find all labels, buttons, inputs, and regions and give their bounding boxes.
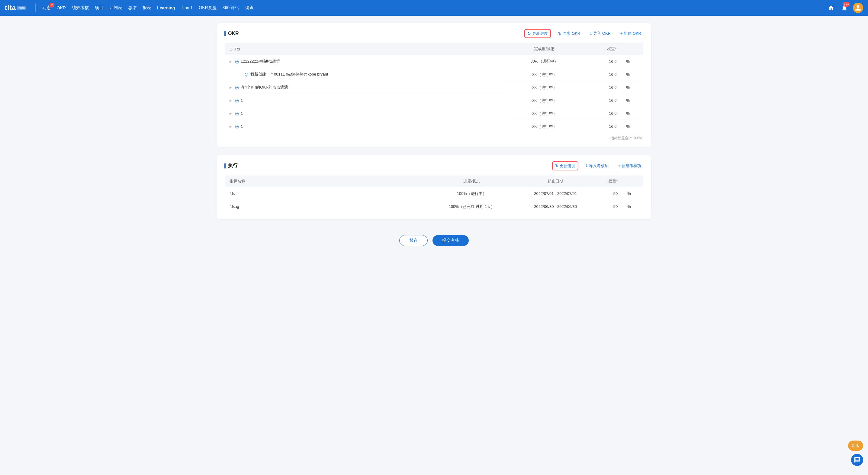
okr-row-name-cell: ▶ ◎ 有4个KR的OKR的点点滴滴	[225, 81, 511, 94]
okr-sync-button[interactable]: ↻ 同步 OKR	[556, 30, 583, 37]
okr-row-name-cell: ▶ ◎ 1	[225, 120, 511, 132]
nav-item-dongtai[interactable]: 动态 2	[39, 4, 54, 12]
logo[interactable]: tita.com	[5, 4, 26, 12]
okr-pct-cell: %	[621, 55, 643, 68]
nav-item-report[interactable]: 报表	[140, 4, 154, 12]
notification-badge: 99+	[843, 2, 850, 7]
okr-goal-icon: ◎	[235, 85, 239, 90]
nav-item-project[interactable]: 项目	[92, 4, 106, 12]
submit-button[interactable]: 提交考核	[433, 235, 469, 246]
exec-new-button[interactable]: + 新建考核项	[616, 162, 644, 170]
save-button[interactable]: 暂存	[399, 235, 428, 246]
exec-update-progress-button[interactable]: ↻ 更新进度	[552, 161, 578, 171]
exec-col-name: 指标名称	[225, 175, 434, 187]
okr-name[interactable]: 有4个KR的OKR的点点滴滴	[241, 85, 288, 90]
exec-col-dates: 起止日期	[509, 175, 601, 187]
expand-arrow[interactable]: ▶	[229, 112, 233, 115]
exec-weight-cell: 50	[601, 187, 622, 200]
okr-completion-cell: 0%（进行中）	[511, 68, 578, 81]
okr-name[interactable]: 1	[241, 124, 243, 129]
expand-arrow[interactable]: ▶	[229, 60, 233, 63]
nav-item-plan[interactable]: 计划表	[106, 4, 125, 12]
navbar-right: 99+	[826, 3, 863, 13]
okr-section-title: OKR	[224, 31, 239, 36]
okr-table-row: ▶ ◎ 1 0%（进行中） 16.6 %	[225, 120, 644, 133]
nav-item-1on1[interactable]: 1 on 1	[178, 4, 196, 11]
okr-col-completion: 完成度/状态	[511, 43, 578, 55]
okr-completion-cell: 80%（进行中）	[511, 55, 578, 68]
main-content: OKR ↻ 更新进度 ↻ 同步 OKR ⤵ 导入 OKR + 新建 OKR	[208, 16, 660, 257]
okr-section: OKR ↻ 更新进度 ↻ 同步 OKR ⤵ 导入 OKR + 新建 OKR	[217, 23, 651, 147]
nav-item-performance[interactable]: 绩效考核	[69, 4, 92, 12]
okr-col-pct-header	[621, 43, 643, 55]
nav-item-summary[interactable]: 总结	[125, 4, 140, 12]
okr-pct-cell: %	[621, 107, 643, 120]
exec-pct-cell: %	[622, 200, 643, 213]
exec-dates-cell: 2022/07/01 - 2022/07/01	[509, 187, 601, 200]
exec-name-cell[interactable]: fds	[225, 187, 434, 200]
nav-item-okr-review[interactable]: OKR复盘	[196, 4, 219, 12]
expand-arrow[interactable]: ▶	[229, 125, 233, 128]
okr-goal-icon: ◎	[235, 98, 239, 103]
okr-completion-cell: 0%（进行中）	[511, 107, 578, 120]
expand-arrow[interactable]: ▶	[229, 99, 233, 102]
okr-name[interactable]: 12222222@临时1超管	[241, 59, 280, 64]
okr-pct-cell: %	[621, 94, 643, 107]
footer-actions: 暂存 提交考核	[217, 228, 651, 249]
exec-table: 指标名称 进度/状态 起止日期 权重* fds 100%（进行中） 2022/0…	[224, 175, 644, 213]
okr-name[interactable]: 1	[241, 98, 243, 103]
okr-name[interactable]: 1	[241, 111, 243, 116]
home-button[interactable]	[826, 3, 836, 13]
okr-table-row: ▶ ◎ 1 0%（进行中） 16.6 %	[225, 94, 644, 107]
exec-table-body: fds 100%（进行中） 2022/07/01 - 2022/07/01 50…	[225, 187, 644, 213]
exec-col-progress: 进度/状态	[434, 175, 509, 187]
exec-section-header: 执行 ↻ 更新进度 ⤵ 导入考核项 + 新建考核项	[224, 161, 644, 171]
okr-section-header: OKR ↻ 更新进度 ↻ 同步 OKR ⤵ 导入 OKR + 新建 OKR	[224, 29, 644, 38]
okr-row-name-cell: ▶ ◎ 12222222@临时1超管	[225, 55, 511, 68]
exec-status-cell: 100%（进行中）	[434, 187, 509, 200]
nav-divider	[35, 4, 36, 12]
okr-pct-cell: %	[621, 120, 643, 133]
exec-import-button[interactable]: ⤵ 导入考核项	[583, 162, 611, 170]
okr-weight-cell: 16.6	[578, 68, 622, 81]
okr-table-row: ▶ ◎ 1 0%（进行中） 16.6 %	[225, 107, 644, 120]
okr-weight-cell: 16.6	[578, 107, 622, 120]
okr-pct-cell: %	[621, 68, 643, 81]
nav-item-okr[interactable]: OKR	[54, 4, 69, 11]
okr-new-button[interactable]: + 新建 OKR	[618, 30, 644, 37]
refresh-icon: ↻	[527, 31, 531, 36]
okr-section-actions: ↻ 更新进度 ↻ 同步 OKR ⤵ 导入 OKR + 新建 OKR	[524, 29, 644, 38]
import-icon: ⤵	[590, 31, 592, 36]
user-avatar[interactable]	[853, 3, 863, 13]
okr-name[interactable]: 我新创建一个00111 0&f热热热@kobe bryant	[250, 71, 328, 77]
nav-item-survey[interactable]: 调查	[242, 4, 257, 12]
okr-table-row: ▶ ◎ 12222222@临时1超管 80%（进行中） 16.6 %	[225, 55, 644, 68]
nav-item-learning[interactable]: Learning	[154, 4, 178, 11]
okr-weight-cell: 16.6	[578, 55, 622, 68]
exec-title-bar	[224, 163, 226, 169]
okr-row-name-cell: ▶ ◎ 1	[225, 107, 511, 120]
okr-title-bar	[224, 31, 226, 36]
okr-table-row: ▶ ◎ 有4个KR的OKR的点点滴滴 0%（进行中） 16.6 %	[225, 81, 644, 94]
exec-name-cell[interactable]: fdsag	[225, 200, 434, 213]
okr-completion-cell: 0%（进行中）	[511, 94, 578, 107]
okr-col-weight: 权重*	[578, 43, 622, 55]
exec-col-weight: 权重*	[601, 175, 622, 187]
exec-weight-cell: 50	[601, 200, 622, 213]
exec-table-row: fdsag 100%（已完成-过期 1天） 2022/06/30 - 2022/…	[225, 200, 644, 213]
expand-arrow[interactable]: ▶	[229, 86, 233, 89]
okr-update-progress-button[interactable]: ↻ 更新进度	[524, 29, 551, 38]
okr-table-row: ◎ 我新创建一个00111 0&f热热热@kobe bryant 0%（进行中）…	[225, 68, 644, 81]
okr-weight-cell: 16.6	[578, 94, 622, 107]
nav-item-360[interactable]: 360 评估	[220, 4, 242, 12]
okr-pct-cell: %	[621, 81, 643, 94]
okr-completion-cell: 0%（进行中）	[511, 81, 578, 94]
okr-table-header-row: OKRs 完成度/状态 权重*	[225, 43, 644, 55]
okr-completion-cell: 0%（进行中）	[511, 120, 578, 133]
okr-import-button[interactable]: ⤵ 导入 OKR	[587, 30, 613, 37]
notification-button[interactable]: 99+	[840, 3, 849, 13]
okr-goal-icon: ◎	[235, 59, 239, 64]
exec-section: 执行 ↻ 更新进度 ⤵ 导入考核项 + 新建考核项 指标名称	[217, 155, 651, 219]
okr-table-body: ▶ ◎ 12222222@临时1超管 80%（进行中） 16.6 % ◎ 我新创…	[225, 55, 644, 133]
okr-row-name-cell: ◎ 我新创建一个00111 0&f热热热@kobe bryant	[225, 68, 511, 81]
